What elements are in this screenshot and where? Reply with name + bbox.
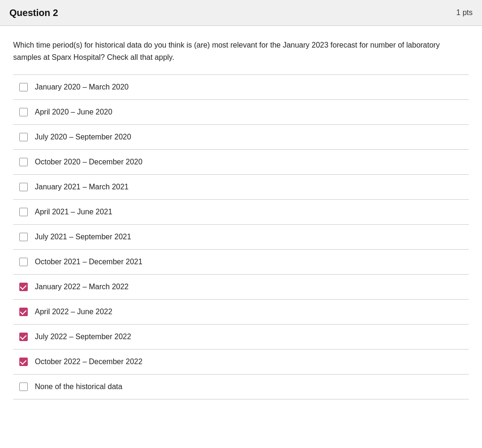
checkbox-unchecked-icon [19, 83, 28, 91]
option-item-10[interactable]: April 2022 – June 2022 [13, 300, 469, 325]
option-item-12[interactable]: October 2022 – December 2022 [13, 350, 469, 375]
checkbox-checked-icon [19, 283, 28, 291]
option-label-4: October 2020 – December 2020 [35, 156, 143, 168]
option-label-6: April 2021 – June 2021 [35, 206, 112, 218]
option-item-9[interactable]: January 2022 – March 2022 [13, 275, 469, 300]
question-text: Which time period(s) for historical data… [13, 39, 469, 63]
option-label-9: January 2022 – March 2022 [35, 281, 129, 293]
question-body: Which time period(s) for historical data… [0, 26, 482, 409]
option-label-11: July 2022 – September 2022 [35, 331, 131, 342]
checkbox-10[interactable] [19, 307, 28, 317]
checkbox-5[interactable] [19, 182, 28, 192]
checkbox-13[interactable] [19, 382, 28, 391]
checkbox-unchecked-icon [19, 383, 28, 391]
checkbox-7[interactable] [19, 232, 28, 242]
page-container: Question 2 1 pts Which time period(s) fo… [0, 0, 482, 448]
option-item-3[interactable]: July 2020 – September 2020 [13, 125, 469, 150]
checkbox-unchecked-icon [19, 158, 28, 166]
option-label-3: July 2020 – September 2020 [35, 131, 131, 143]
checkbox-1[interactable] [19, 82, 28, 92]
option-item-2[interactable]: April 2020 – June 2020 [13, 100, 469, 125]
question-points: 1 pts [456, 7, 473, 18]
checkbox-unchecked-icon [19, 258, 28, 266]
options-list: January 2020 – March 2020April 2020 – Ju… [13, 74, 469, 399]
checkbox-unchecked-icon [19, 208, 28, 216]
option-item-6[interactable]: April 2021 – June 2021 [13, 200, 469, 225]
option-label-5: January 2021 – March 2021 [35, 181, 129, 193]
checkbox-11[interactable] [19, 332, 28, 342]
checkbox-3[interactable] [19, 132, 28, 142]
option-item-5[interactable]: January 2021 – March 2021 [13, 175, 469, 200]
checkbox-checked-icon [19, 333, 28, 341]
option-label-12: October 2022 – December 2022 [35, 356, 143, 367]
checkbox-unchecked-icon [19, 133, 28, 141]
option-label-2: April 2020 – June 2020 [35, 106, 112, 118]
option-label-1: January 2020 – March 2020 [35, 81, 129, 93]
option-item-7[interactable]: July 2021 – September 2021 [13, 225, 469, 250]
question-header: Question 2 1 pts [0, 0, 482, 26]
checkbox-unchecked-icon [19, 233, 28, 241]
checkbox-6[interactable] [19, 207, 28, 217]
checkbox-12[interactable] [19, 357, 28, 367]
option-label-7: July 2021 – September 2021 [35, 231, 131, 243]
option-item-13[interactable]: None of the historical data [13, 375, 469, 399]
checkbox-unchecked-icon [19, 108, 28, 116]
checkbox-unchecked-icon [19, 183, 28, 191]
option-item-11[interactable]: July 2022 – September 2022 [13, 325, 469, 350]
option-label-8: October 2021 – December 2021 [35, 256, 143, 268]
option-label-10: April 2022 – June 2022 [35, 306, 112, 318]
checkbox-8[interactable] [19, 257, 28, 267]
checkbox-9[interactable] [19, 282, 28, 292]
question-title: Question 2 [9, 6, 58, 20]
checkbox-2[interactable] [19, 107, 28, 117]
checkbox-checked-icon [19, 308, 28, 316]
checkbox-4[interactable] [19, 157, 28, 167]
checkbox-checked-icon [19, 358, 28, 366]
option-label-13: None of the historical data [35, 381, 122, 392]
option-item-1[interactable]: January 2020 – March 2020 [13, 75, 469, 100]
option-item-4[interactable]: October 2020 – December 2020 [13, 150, 469, 175]
option-item-8[interactable]: October 2021 – December 2021 [13, 250, 469, 275]
